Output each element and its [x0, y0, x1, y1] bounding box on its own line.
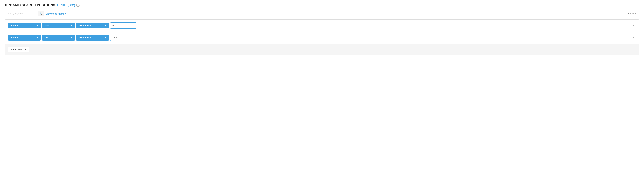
- info-icon[interactable]: i: [76, 3, 80, 7]
- field-dropdown-arrow-1: ▼: [70, 25, 72, 26]
- title-range: 1 - 100 (932): [56, 3, 75, 7]
- condition-dropdown-arrow-1: ▼: [105, 25, 106, 26]
- export-label: Export: [630, 12, 636, 15]
- export-button[interactable]: ⇧ Export: [625, 11, 639, 16]
- condition-dropdown-arrow-2: ▼: [105, 37, 106, 39]
- field-dropdown-arrow-2: ▼: [70, 37, 72, 39]
- export-icon: ⇧: [628, 12, 629, 15]
- field-dropdown-2[interactable]: CPC ▼: [42, 35, 75, 41]
- filters-container: Include ▼ Pos. ▼ Greater than ▼ × Includ…: [5, 19, 639, 55]
- toolbar: 🔍 Advanced filters ▼ ⇧ Export: [5, 11, 639, 16]
- close-button-2[interactable]: ×: [631, 36, 636, 40]
- keyword-filter-input[interactable]: [5, 11, 38, 16]
- include-dropdown-2[interactable]: Include ▼: [8, 35, 41, 41]
- add-more-row: + Add one more: [5, 44, 639, 55]
- add-more-button[interactable]: + Add one more: [8, 47, 29, 52]
- include-dropdown-arrow-2: ▼: [36, 37, 38, 39]
- filter-row-1: Include ▼ Pos. ▼ Greater than ▼ ×: [5, 19, 639, 32]
- condition-dropdown-2[interactable]: Greater than ▼: [76, 35, 109, 41]
- include-label-1: Include: [10, 24, 18, 27]
- page-header: ORGANIC SEARCH POSITIONS 1 - 100 (932) i: [5, 3, 639, 8]
- field-label-1: Pos.: [44, 24, 50, 27]
- advanced-filters-button[interactable]: Advanced filters ▼: [46, 12, 66, 15]
- add-more-label: + Add one more: [11, 48, 26, 51]
- value-input-1[interactable]: [110, 22, 136, 29]
- include-dropdown-arrow-1: ▼: [36, 25, 38, 26]
- page-title: ORGANIC SEARCH POSITIONS: [5, 3, 55, 7]
- title-area: ORGANIC SEARCH POSITIONS 1 - 100 (932) i: [5, 3, 80, 7]
- field-label-2: CPC: [44, 36, 50, 39]
- search-button[interactable]: 🔍: [38, 11, 44, 16]
- close-button-1[interactable]: ×: [631, 23, 636, 28]
- condition-dropdown-1[interactable]: Greater than ▼: [76, 23, 109, 28]
- include-dropdown-1[interactable]: Include ▼: [8, 23, 41, 28]
- filter-input-wrap: 🔍: [5, 11, 44, 16]
- filter-row-2: Include ▼ CPC ▼ Greater than ▼ ×: [5, 32, 639, 44]
- field-dropdown-1[interactable]: Pos. ▼: [42, 23, 75, 28]
- include-label-2: Include: [10, 36, 18, 39]
- value-input-2[interactable]: [110, 35, 136, 41]
- advanced-filters-label: Advanced filters: [46, 12, 64, 15]
- condition-label-1: Greater than: [78, 24, 92, 27]
- condition-label-2: Greater than: [78, 36, 92, 39]
- chevron-down-icon: ▼: [65, 13, 66, 15]
